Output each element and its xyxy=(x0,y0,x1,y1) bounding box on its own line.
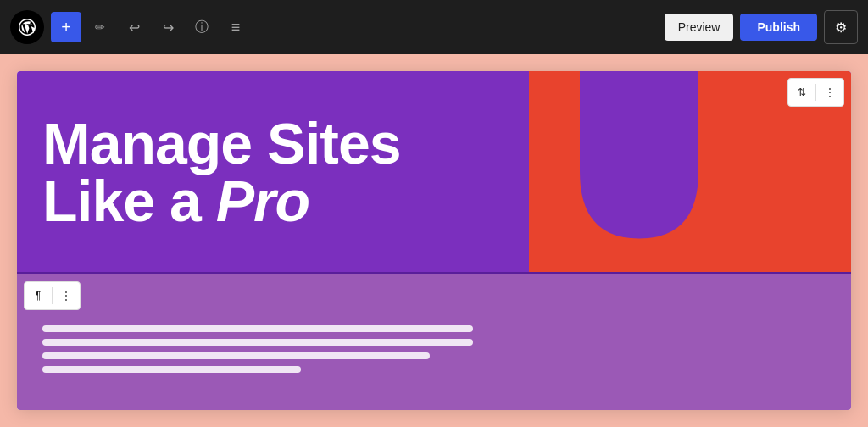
text-content-lines xyxy=(42,325,473,373)
list-icon: ≡ xyxy=(231,19,241,36)
text-line-3 xyxy=(42,352,430,359)
text-line-2 xyxy=(42,339,473,346)
text-more-icon: ⋮ xyxy=(61,290,71,302)
paragraph-button[interactable]: ¶ xyxy=(25,282,52,309)
wordpress-logo[interactable] xyxy=(10,10,44,44)
hero-line2-bold: Pro xyxy=(216,169,309,233)
hero-line2-normal: Like a xyxy=(42,169,216,233)
info-icon: ⓘ xyxy=(195,19,209,36)
undo-button[interactable]: ↩ xyxy=(119,12,149,42)
hero-block-controls: ⇅ ⋮ xyxy=(787,78,844,107)
text-line-4 xyxy=(42,366,301,373)
paragraph-icon: ¶ xyxy=(36,290,41,302)
hero-content: Manage Sites Like a Pro xyxy=(17,71,851,272)
move-hero-button[interactable]: ⇅ xyxy=(788,79,815,106)
hero-line1: Manage Sites xyxy=(42,114,504,172)
editor-canvas: Manage Sites Like a Pro xyxy=(17,71,851,410)
more-icon: ⋮ xyxy=(825,86,835,98)
plus-icon: + xyxy=(61,18,71,37)
hero-block[interactable]: Manage Sites Like a Pro xyxy=(17,71,851,274)
toolbar-right-group: Preview Publish ⚙ xyxy=(665,10,858,44)
more-text-button[interactable]: ⋮ xyxy=(53,282,80,309)
redo-icon: ↪ xyxy=(163,19,174,36)
text-line-1 xyxy=(42,325,473,332)
hero-text-area: Manage Sites Like a Pro xyxy=(17,71,529,272)
undo-icon: ↩ xyxy=(129,19,140,36)
add-block-button[interactable]: + xyxy=(51,12,81,42)
text-block-controls: ¶ ⋮ xyxy=(24,281,81,310)
preview-button[interactable]: Preview xyxy=(665,14,734,41)
hero-line2: Like a Pro xyxy=(42,172,504,230)
edit-button[interactable]: ✏ xyxy=(85,12,115,42)
redo-button[interactable]: ↪ xyxy=(153,12,183,42)
info-button[interactable]: ⓘ xyxy=(186,12,217,42)
list-view-button[interactable]: ≡ xyxy=(220,12,251,42)
settings-button[interactable]: ⚙ xyxy=(824,10,858,44)
publish-button[interactable]: Publish xyxy=(740,14,817,41)
content-block[interactable]: ¶ ⋮ xyxy=(17,274,851,410)
more-hero-button[interactable]: ⋮ xyxy=(816,79,843,106)
gear-icon: ⚙ xyxy=(835,19,847,36)
toolbar-left-group: + ✏ ↩ ↪ ⓘ ≡ xyxy=(51,12,665,42)
arrows-icon: ⇅ xyxy=(798,86,806,98)
editor-toolbar: + ✏ ↩ ↪ ⓘ ≡ Preview Publish ⚙ xyxy=(0,0,868,54)
editor-wrapper: Manage Sites Like a Pro xyxy=(0,54,868,427)
hero-title: Manage Sites Like a Pro xyxy=(42,114,504,230)
pencil-icon: ✏ xyxy=(95,20,105,34)
